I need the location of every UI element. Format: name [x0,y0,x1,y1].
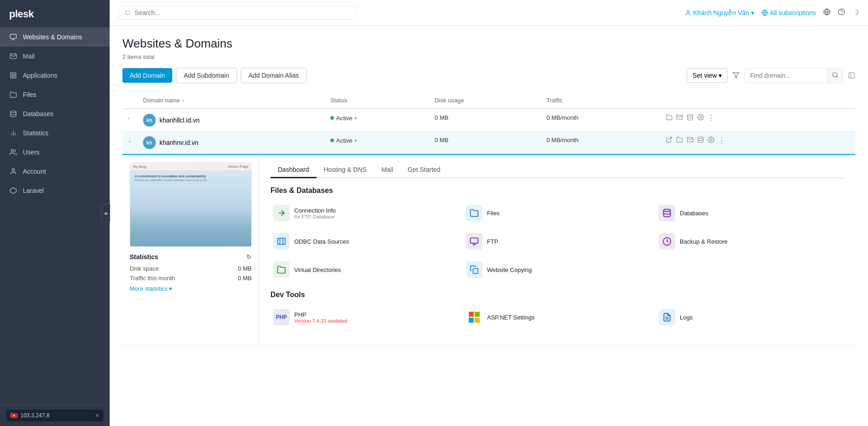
svg-point-29 [700,117,702,118]
tab-get-started[interactable]: Get Started [400,162,448,178]
disk-value: 0 MB [434,114,448,121]
search-input[interactable] [134,9,350,16]
flag-icon: 🇻🇳 [10,412,18,419]
chevron-right-icon[interactable]: › [128,115,130,121]
sidebar-item-websites-domains[interactable]: Websites & Domains [0,27,110,47]
status-text: Active [336,137,352,144]
chevron-down-icon[interactable]: ⌄ [128,138,132,143]
add-domain-alias-button[interactable]: Add Domain Alias [241,68,307,83]
expanded-content: My Blog Return Page A commitment to inno… [122,154,855,346]
feature-backup[interactable]: Backup & Restore [656,229,844,253]
user-menu[interactable]: Khánh Nguyễn Văn ▾ [685,9,754,16]
find-domain-search-button[interactable] [827,69,843,83]
sidebar-item-databases[interactable]: Databases [0,104,110,123]
add-subdomain-button[interactable]: Add Subdomain [176,68,237,83]
domain-name[interactable]: khanhnv.id.vn [159,139,198,146]
traffic-cell: 0 MB/month [541,109,660,132]
sidebar-item-applications[interactable]: Applications [0,66,110,85]
table-row[interactable]: › kh khanhllcl.id.vn Active ▾ [122,109,855,132]
feature-logs[interactable]: Logs [656,305,844,329]
svg-rect-6 [11,76,13,78]
tab-dashboard[interactable]: Dashboard [270,162,317,178]
traffic-row: Traffic this month 0 MB [130,275,252,282]
add-domain-button[interactable]: Add Domain [122,68,172,83]
vdirs-icon [273,261,290,278]
ip-close-button[interactable]: ✕ [95,412,100,419]
sidebar-item-users[interactable]: Users [0,143,110,162]
more-icon[interactable]: ⋮ [718,136,725,144]
svg-rect-3 [11,73,13,75]
feature-name: ASP.NET Settings [487,314,535,321]
search-icon [125,10,131,16]
more-icon[interactable]: ⋮ [708,114,715,122]
file-manager-icon[interactable] [666,114,672,122]
feature-website-copying[interactable]: Website Copying [463,258,651,282]
sidebar-item-statistics[interactable]: Statistics [0,123,110,143]
mail-icon[interactable] [687,136,693,144]
status-badge[interactable]: Active ▾ [330,115,357,122]
database-icon[interactable] [697,136,704,144]
databases-icon [659,205,675,221]
tab-mail[interactable]: Mail [374,162,401,178]
th-domain-name[interactable]: Domain name ↑ [138,92,325,109]
svg-point-28 [688,114,693,116]
external-link-icon[interactable] [666,136,672,144]
globe-icon[interactable] [823,8,831,17]
page-content: Websites & Domains 2 items total Add Dom… [110,26,868,426]
svg-rect-26 [849,73,854,78]
help-icon[interactable] [838,8,845,17]
domain-name[interactable]: khanhllcl.id.vn [159,117,200,124]
sidebar-item-label: Statistics [23,129,48,137]
mail-icon[interactable] [676,114,683,122]
subscription-link[interactable]: All subscriptions [762,9,816,16]
feature-connection-info[interactable]: Connection Info for FTP, Database [270,201,459,225]
feature-databases[interactable]: Databases [656,201,844,225]
bar-chart-icon [9,129,17,137]
settings-icon[interactable] [697,114,704,122]
panel-toggle-icon[interactable] [848,72,855,79]
sidebar-item-account[interactable]: Account [0,162,110,181]
more-statistics-link[interactable]: More statistics ▾ [130,285,252,292]
set-view-button[interactable]: Set view ▾ [687,68,728,83]
settings-icon[interactable] [708,136,715,144]
feature-aspnet[interactable]: ASP.NET Settings [463,305,651,329]
feature-info: Databases [680,210,708,217]
database-icon[interactable] [687,114,693,122]
backup-icon [659,233,675,250]
preview-return-text: Return Page [228,165,249,169]
status-dot [330,116,334,120]
feature-info: Website Copying [487,266,532,273]
theme-toggle[interactable]: ☽ [852,8,859,17]
files-icon [466,205,482,221]
status-text: Active [336,115,352,122]
statistics-section: Statistics ↻ Disk space 0 MB Traffic thi… [130,253,252,292]
status-dot [330,138,334,142]
feature-virtual-dirs[interactable]: Virtual Directories [270,258,459,282]
tab-hosting-dns[interactable]: Hosting & DNS [317,162,374,178]
feature-info: Connection Info for FTP, Database [294,207,336,219]
filter-icon[interactable] [732,72,740,79]
feature-info: Files [487,210,499,217]
find-domain-input[interactable] [745,69,827,82]
chevron-down-icon: ▾ [355,138,357,143]
main-content: Khánh Nguyễn Văn ▾ All subscriptions ☽ W… [110,0,868,426]
sidebar-item-mail[interactable]: Mail [0,47,110,66]
feature-ftp[interactable]: FTP [463,229,651,253]
grid-icon [9,71,17,80]
svg-point-14 [126,10,130,14]
sidebar-item-laravel[interactable]: Laravel [0,181,110,200]
feature-php[interactable]: PHP PHP Version 7.4.33 outdated [270,305,459,329]
table-row[interactable]: ⌄ kh khanhnv.id.vn Active ▾ [122,132,855,154]
feature-files[interactable]: Files [463,201,651,225]
feature-odbc[interactable]: ODBC Data Sources [270,229,459,253]
file-manager-icon[interactable] [676,136,683,144]
user-name-text: Khánh Nguyễn Văn [693,9,749,16]
sidebar-item-files[interactable]: Files [0,85,110,104]
status-badge[interactable]: Active ▾ [330,137,357,144]
svg-rect-0 [10,34,16,38]
search-box[interactable] [119,6,356,20]
feature-info: ODBC Data Sources [294,238,349,245]
refresh-icon[interactable]: ↻ [246,253,252,261]
sidebar-item-label: Databases [23,110,53,117]
sidebar-collapse-button[interactable]: ◀ [101,204,110,222]
